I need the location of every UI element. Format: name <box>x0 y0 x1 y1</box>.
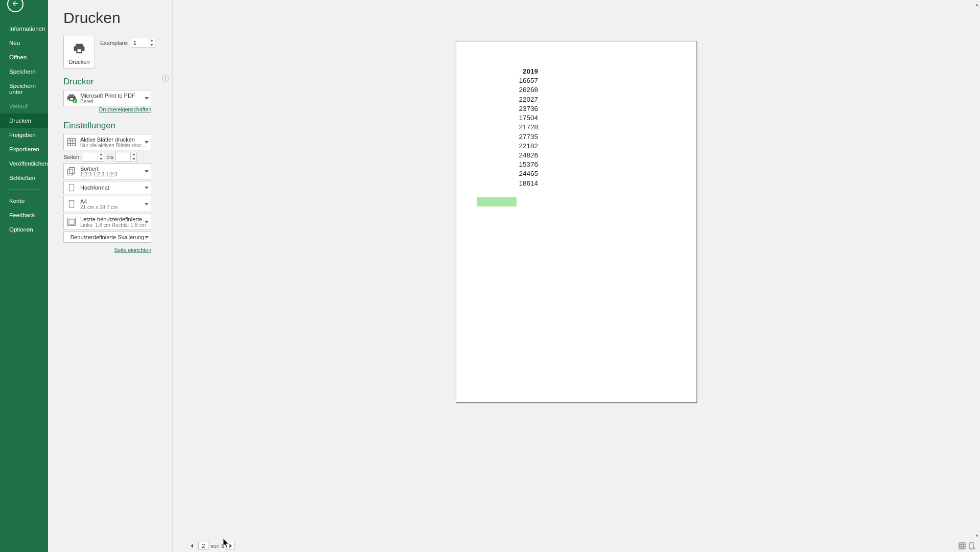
preview-data-column: 2019166572626822027237361750421728277352… <box>482 67 538 188</box>
svg-rect-34 <box>970 543 973 549</box>
orientation-title: Hochformat <box>80 185 149 191</box>
svg-marker-27 <box>191 544 193 548</box>
margins-icon <box>66 216 77 227</box>
sidebar-item-share[interactable]: Freigeben <box>0 128 48 142</box>
pages-to-label: bis <box>106 154 113 160</box>
preview-data-cell: 21728 <box>482 123 538 132</box>
page-icon <box>66 198 77 210</box>
pages-from-down[interactable] <box>98 157 104 162</box>
pages-to-spinbox[interactable] <box>115 152 137 162</box>
main-area: Drucken Drucken Exemplare: <box>48 0 980 552</box>
copies-spinbox[interactable] <box>131 38 155 48</box>
page-setup-link[interactable]: Seite einrichten <box>63 247 151 253</box>
print-settings-panel: Drucken Drucken Exemplare: <box>48 0 173 552</box>
pages-to-up[interactable] <box>131 152 136 157</box>
chevron-down-icon <box>145 185 149 191</box>
preview-data-cell: 26268 <box>482 85 538 95</box>
sidebar-label: Veröffentlichen <box>9 160 48 167</box>
sidebar-item-account[interactable]: Konto <box>0 194 48 208</box>
sidebar-item-info[interactable]: Informationen <box>0 21 48 36</box>
sidebar-item-options[interactable]: Optionen <box>0 222 48 237</box>
print-what-select[interactable]: Aktive Blätter drucken Nur die aktiven B… <box>63 134 151 150</box>
svg-marker-23 <box>145 221 149 223</box>
collation-icon <box>66 166 77 177</box>
margins-select[interactable]: Letzte benutzerdefinierte Sei... Links: … <box>63 214 151 230</box>
svg-rect-22 <box>69 219 74 224</box>
sidebar-item-print[interactable]: Drucken <box>0 113 48 128</box>
scaling-select[interactable]: Benutzerdefinierte Skalierung <box>63 232 151 243</box>
sidebar-label: Exportieren <box>9 146 39 152</box>
collation-select[interactable]: Sortiert 1;2;3 1;2;3 1;2;3 <box>63 163 151 179</box>
page-preview: 2019166572626822027237361750421728277352… <box>456 41 697 403</box>
sidebar-item-feedback[interactable]: Feedback <box>0 208 48 222</box>
copies-spin-down[interactable] <box>149 43 155 48</box>
scroll-up-button[interactable] <box>974 2 980 8</box>
pages-to-input[interactable] <box>116 154 131 160</box>
svg-marker-26 <box>975 535 978 537</box>
print-button[interactable]: Drucken <box>63 36 95 68</box>
sidebar-label: Verlauf <box>9 103 28 109</box>
svg-marker-0 <box>150 39 153 41</box>
sidebar-label: Öffnen <box>9 54 27 60</box>
backstage-sidebar: Informationen Neu Öffnen Speichern Speic… <box>0 0 48 552</box>
scroll-down-button[interactable] <box>974 533 980 539</box>
sidebar-item-export[interactable]: Exportieren <box>0 142 48 156</box>
svg-marker-1 <box>150 44 153 46</box>
preview-data-cell: 17504 <box>482 113 538 123</box>
copies-label: Exemplare: <box>100 40 129 46</box>
sidebar-item-history: Verlauf <box>0 99 48 113</box>
svg-rect-17 <box>69 184 74 191</box>
preview-scrollbar[interactable] <box>974 0 980 539</box>
preview-data-cell: 23736 <box>482 104 538 113</box>
preview-data-cell: 16657 <box>482 76 538 85</box>
preview-data-cell: 22182 <box>482 142 538 151</box>
zoom-to-page-button[interactable] <box>968 541 977 550</box>
printer-icon <box>71 41 88 59</box>
pages-to-down[interactable] <box>131 157 136 162</box>
next-page-button[interactable] <box>226 542 235 550</box>
printer-section-header: Drucker i <box>63 77 172 87</box>
current-page-input[interactable] <box>198 542 208 550</box>
printer-select[interactable]: Microsoft Print to PDF Bereit <box>63 90 151 106</box>
preview-footer: von 3 <box>173 539 980 552</box>
sheets-icon <box>66 136 77 148</box>
sidebar-label: Neu <box>9 40 20 46</box>
paper-size-select[interactable]: A4 21 cm x 29,7 cm <box>63 196 151 212</box>
sidebar-item-open[interactable]: Öffnen <box>0 50 48 64</box>
sidebar-item-close[interactable]: Schließen <box>0 171 48 185</box>
sidebar-item-save[interactable]: Speichern <box>0 64 48 79</box>
svg-marker-10 <box>100 153 103 155</box>
preview-data-cell: 15376 <box>482 160 538 169</box>
copies-input[interactable] <box>131 40 147 46</box>
svg-marker-9 <box>145 141 149 144</box>
chevron-down-icon <box>145 234 149 240</box>
pages-from-input[interactable] <box>83 154 99 160</box>
pages-from-spinbox[interactable] <box>83 152 104 162</box>
pages-from-up[interactable] <box>98 152 104 157</box>
prev-page-button[interactable] <box>188 542 196 550</box>
sidebar-item-publish[interactable]: Veröffentlichen <box>0 156 48 171</box>
collation-sub: 1;2;3 1;2;3 1;2;3 <box>80 172 149 177</box>
printer-properties-link[interactable]: Druckereigenschaften <box>63 106 151 112</box>
svg-marker-24 <box>145 236 149 239</box>
preview-data-cell: 27735 <box>482 132 538 142</box>
svg-rect-19 <box>69 200 74 207</box>
highlighted-cell <box>477 197 517 206</box>
preview-data-cell: 18614 <box>482 179 538 188</box>
sidebar-label: Optionen <box>9 226 33 233</box>
section-header-text: Drucker <box>63 77 94 86</box>
chevron-down-icon <box>145 201 149 207</box>
sidebar-item-new[interactable]: Neu <box>0 36 48 50</box>
preview-data-cell: 24826 <box>482 151 538 160</box>
show-margins-button[interactable] <box>958 541 967 550</box>
total-pages-label: von 3 <box>211 543 224 549</box>
printer-status-icon <box>66 93 77 104</box>
back-button[interactable] <box>7 0 24 12</box>
svg-marker-3 <box>145 97 149 100</box>
info-icon[interactable]: i <box>162 75 169 82</box>
sidebar-item-saveas[interactable]: Speichern unter <box>0 79 48 99</box>
chevron-down-icon <box>145 95 149 101</box>
paper-sub: 21 cm x 29,7 cm <box>80 204 149 210</box>
copies-spin-up[interactable] <box>149 38 155 43</box>
orientation-select[interactable]: Hochformat <box>63 181 151 194</box>
